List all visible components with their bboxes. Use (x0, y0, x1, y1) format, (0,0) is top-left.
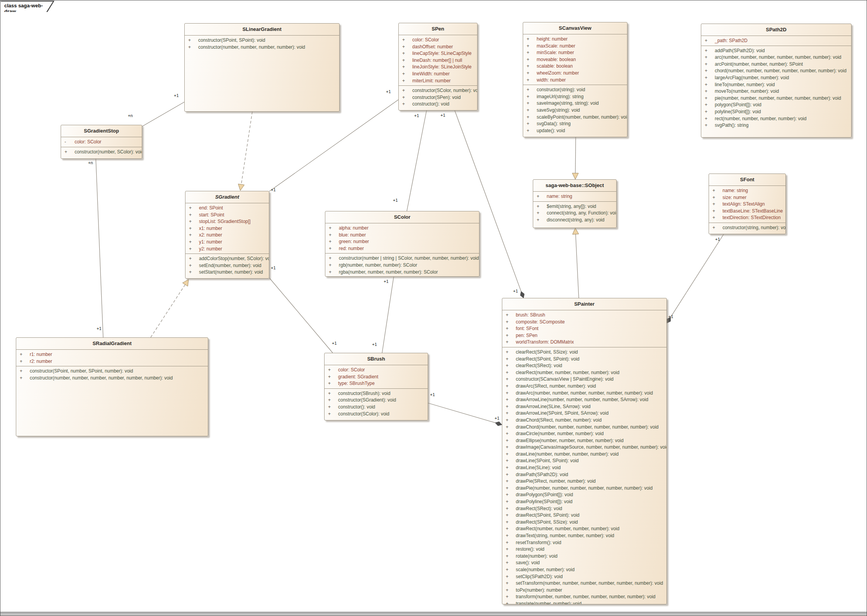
class-operation: +drawRect(SPoint, SPoint): void (502, 512, 666, 519)
edge-SGradientStop-SRadialGradient[interactable] (96, 159, 103, 337)
class-SGradientStop[interactable]: SGradientStop-color: SColor+constructor(… (61, 125, 142, 159)
class-attribute: +lineDash: number[] | null (399, 57, 477, 64)
visibility-sign: + (701, 61, 715, 68)
class-operation: +drawChord(SRect, number, number): void (502, 417, 666, 424)
visibility-sign: + (502, 362, 516, 369)
class-operation: +addPath(SPath2D): void (701, 48, 851, 54)
diagram-frame: SLinearGradient+constructor(SPoint, SPoi… (0, 0, 867, 616)
class-operation: +drawCircle(number, number, number): voi… (502, 431, 666, 437)
visibility-sign: + (325, 255, 339, 262)
class-operation: +drawRect(SPoint, SSize): void (502, 519, 666, 526)
edge-SBrush-SPainter-composition[interactable] (428, 403, 495, 423)
class-SBrush[interactable]: SBrush+color: SColor+gradient: SGradient… (324, 353, 428, 420)
edge-SLinearGradient-SGradient-generalization[interactable] (241, 112, 252, 184)
member-signature: textAlign: STextAlign (722, 201, 765, 208)
class-operation: +disconnect(string, any): void (533, 217, 616, 224)
class-operation: +constructor(SPoint, SPoint): void (185, 37, 339, 44)
member-signature: constructor(number, SColor): void (75, 149, 142, 156)
class-attribute: +maxScale: number (523, 43, 627, 50)
class-attribute: +blue: number (325, 232, 479, 239)
generalization-arrowhead[interactable] (572, 173, 578, 179)
member-signature: saveSvg(string): void (537, 107, 580, 114)
multiplicity-label: +1 (393, 198, 398, 202)
edge-SCanvasView-SObject-generalization[interactable] (575, 137, 576, 173)
generalization-arrowhead[interactable] (573, 228, 579, 234)
member-signature: rgba(number, number, number, number): SC… (339, 269, 438, 276)
member-signature: gradient: SGradient (338, 374, 378, 381)
generalization-arrowhead[interactable] (183, 279, 189, 286)
multiplicity-label: +1 (332, 341, 337, 345)
class-saga-web-base-SObject[interactable]: saga-web-base::SObject+name: string+$emi… (533, 179, 617, 228)
edge-SPen-SGradient[interactable] (269, 100, 398, 191)
member-signature: textDirection: STextDirection (722, 214, 781, 221)
member-signature: r2: number (30, 358, 52, 365)
edge-SGradient-SBrush[interactable] (269, 278, 333, 353)
visibility-sign: + (502, 319, 516, 326)
class-attribute: +minScale: number (523, 49, 627, 56)
class-SLinearGradient[interactable]: SLinearGradient+constructor(SPoint, SPoi… (184, 23, 340, 112)
class-SPath2D[interactable]: SPath2D+_path: SPath2D+addPath(SPath2D):… (701, 24, 852, 138)
member-signature: drawRect(SPoint, SSize): void (516, 519, 578, 526)
member-signature: width: number (537, 77, 566, 84)
class-attribute: +y2: number (185, 246, 269, 253)
class-operation: +$emit(string, any[]): void (533, 203, 616, 210)
operations-compartment: +$emit(string, any[]): void+connect(stri… (533, 202, 616, 225)
class-attribute: +miterLimit: number (399, 78, 477, 85)
class-operation: +constructor(SPoint, number, SPoint, num… (16, 368, 208, 375)
attributes-compartment: +brush: SBrush+composite: SComposite+fon… (502, 310, 666, 347)
member-signature: clearRect(SPoint, SSize): void (516, 349, 578, 356)
class-attribute: +height: number (523, 36, 627, 43)
visibility-sign: + (502, 356, 516, 363)
generalization-arrowhead[interactable] (238, 184, 244, 191)
class-SFont[interactable]: SFont+name: string+size: numer+textAlign… (709, 174, 786, 234)
visibility-sign: + (701, 109, 715, 116)
member-signature: drawText(string, number, number, number)… (516, 533, 614, 539)
class-operation: +moveTo(number, number): void (701, 88, 851, 95)
class-attribute: +composite: SComposite (502, 319, 666, 326)
member-signature: chord(number, number, number, number, nu… (715, 68, 847, 75)
member-signature: pen: SPen (516, 332, 537, 339)
member-signature: drawChord(number, number, number, number… (516, 424, 659, 431)
class-SPainter[interactable]: SPainter+brush: SBrush+composite: SCompo… (502, 298, 667, 604)
class-SGradient[interactable]: SGradient+end: SPoint+start: SPoint+stop… (185, 191, 269, 279)
edge-SGradientStop-SLinearGradient[interactable] (142, 102, 184, 126)
class-operation: +constructor(number, number, number, num… (16, 375, 208, 382)
attributes-compartment: +name: string (533, 192, 616, 202)
member-signature: constructor(number, number, number, numb… (198, 44, 305, 51)
visibility-sign: + (325, 245, 339, 252)
member-signature: drawArrowLine(number, number, number, nu… (516, 396, 648, 403)
class-operation: +clearRect(number, number, number, numbe… (502, 369, 666, 376)
member-signature: composite: SComposite (516, 319, 565, 326)
edge-SRadialGradient-SGradient-generalization[interactable] (151, 284, 185, 337)
bottom-scroll-strip[interactable] (0, 612, 867, 616)
member-signature: clearRect(SRect): void (516, 362, 562, 369)
class-attribute: +wheelZoom: number (523, 70, 627, 77)
class-attribute: +textDirection: STextDirection (709, 214, 785, 221)
class-attribute: +end: SPoint (185, 205, 269, 212)
member-signature: imageUrl(string): string (537, 94, 583, 100)
edge-SColor-SBrush[interactable] (382, 277, 394, 353)
class-SRadialGradient[interactable]: SRadialGradient+r1: number+r2: number+co… (16, 337, 208, 436)
edge-SPen-SColor[interactable] (407, 111, 427, 211)
composition-diamond[interactable] (495, 422, 502, 426)
edge-SPainter-SObject-generalization[interactable] (576, 234, 579, 298)
visibility-sign: + (325, 374, 338, 381)
class-operation: +drawPie(SRect, number, number): void (502, 478, 666, 485)
member-signature: constructor(number | string | SColor, nu… (339, 255, 479, 262)
member-signature: drawArc(number, number, number, number, … (516, 390, 653, 397)
visibility-sign: + (523, 77, 537, 84)
visibility-sign: + (523, 114, 537, 121)
class-SPen[interactable]: SPen+color: SColor+dashOffset: number+li… (398, 23, 478, 111)
class-title: SGradientStop (61, 125, 142, 137)
class-SCanvasView[interactable]: SCanvasView+height: number+maxScale: num… (523, 22, 627, 137)
member-signature: drawLine(number, number, number, number)… (516, 451, 619, 458)
member-signature: stopList: SGradientStop[] (199, 218, 250, 225)
class-SColor[interactable]: SColor+alpha: number+blue: number+green:… (325, 211, 479, 277)
visibility-sign: + (502, 567, 516, 573)
visibility-sign: + (325, 232, 339, 239)
composition-diamond[interactable] (520, 291, 524, 298)
diagram-tab[interactable]: class saga-web-draw (1, 1, 54, 12)
visibility-sign: - (61, 139, 75, 146)
edge-SFont-SPainter-composition[interactable] (671, 234, 724, 317)
class-operation: +drawRect(SRect): void (502, 505, 666, 512)
